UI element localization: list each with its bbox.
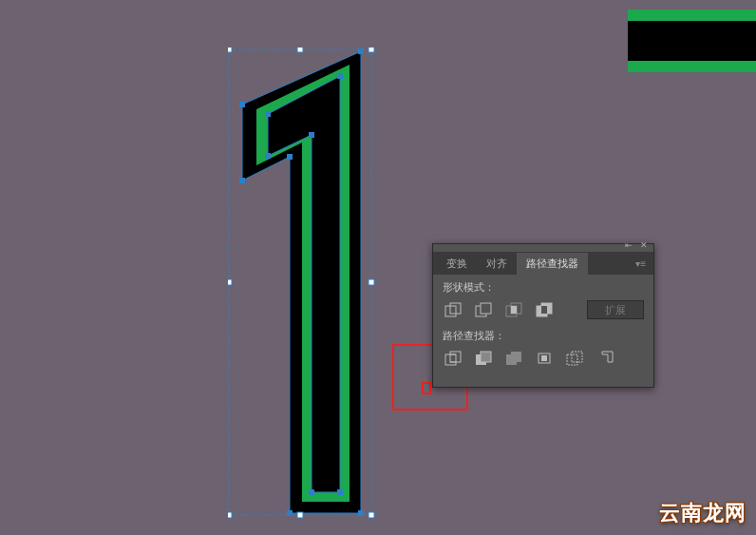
- expand-button: 扩展: [587, 300, 644, 319]
- anchor-point[interactable]: [239, 178, 245, 183]
- green-stripe: [628, 61, 756, 72]
- panel-titlebar[interactable]: ⇤ ✕: [433, 244, 653, 252]
- svg-rect-17: [511, 352, 521, 362]
- anchor-point[interactable]: [337, 489, 343, 495]
- exclude-icon[interactable]: [534, 300, 555, 319]
- crop-icon[interactable]: [534, 349, 555, 368]
- svg-rect-6: [511, 306, 517, 314]
- panel-tab-bar: 变换 对齐 路径查找器 ▾≡: [433, 252, 653, 275]
- panel-collapse-icon[interactable]: ⇤: [625, 241, 634, 249]
- watermark-text: 云南龙网: [659, 499, 747, 527]
- outline-icon[interactable]: [564, 349, 585, 368]
- minus-front-icon[interactable]: [473, 300, 494, 319]
- selection-handle[interactable]: [369, 279, 374, 285]
- trim-icon[interactable]: [473, 349, 494, 368]
- intersect-icon[interactable]: [503, 300, 524, 319]
- anchor-point[interactable]: [309, 489, 314, 495]
- svg-rect-3: [481, 303, 491, 314]
- green-stripe: [628, 10, 756, 21]
- panel-body: 形状模式： 扩展 路径查找器：: [433, 275, 653, 387]
- black-stripe: [628, 21, 756, 61]
- anchor-point[interactable]: [358, 510, 364, 516]
- selected-artwork-numeral-1[interactable]: [228, 48, 380, 523]
- anchor-point[interactable]: [265, 111, 271, 117]
- svg-rect-19: [541, 355, 547, 361]
- selection-handle[interactable]: [228, 512, 232, 518]
- selection-handle[interactable]: [369, 512, 374, 518]
- panel-menu-icon[interactable]: ▾≡: [635, 258, 646, 269]
- anchor-point[interactable]: [287, 510, 293, 516]
- anchor-point[interactable]: [287, 154, 293, 160]
- divide-icon[interactable]: [443, 349, 463, 368]
- anchor-point[interactable]: [309, 132, 314, 138]
- selection-handle[interactable]: [297, 512, 303, 518]
- anchor-point[interactable]: [358, 48, 364, 54]
- merge-icon[interactable]: [503, 349, 524, 368]
- selection-handle[interactable]: [228, 48, 232, 52]
- annotation-highlight-icon: [422, 382, 431, 394]
- pathfinder-panel: ⇤ ✕ 变换 对齐 路径查找器 ▾≡ 形状模式：: [432, 243, 654, 388]
- tab-pathfinder[interactable]: 路径查找器: [517, 253, 588, 275]
- anchor-point[interactable]: [239, 102, 245, 107]
- selection-handle[interactable]: [228, 279, 232, 285]
- pathfinders-label: 路径查找器：: [443, 329, 644, 343]
- unite-icon[interactable]: [443, 300, 463, 319]
- selection-handle[interactable]: [369, 48, 374, 52]
- anchor-point[interactable]: [337, 73, 343, 79]
- artwork-stripe-block: [628, 2, 756, 83]
- minus-back-icon[interactable]: [595, 349, 615, 368]
- selection-handle[interactable]: [297, 48, 303, 52]
- tab-align[interactable]: 对齐: [477, 253, 517, 275]
- anchor-point[interactable]: [265, 153, 271, 159]
- tab-transform[interactable]: 变换: [437, 253, 477, 275]
- svg-rect-9: [541, 306, 547, 314]
- panel-close-icon[interactable]: ✕: [640, 241, 650, 249]
- canvas-area[interactable]: ⇤ ✕ 变换 对齐 路径查找器 ▾≡ 形状模式：: [0, 0, 756, 535]
- shape-modes-label: 形状模式：: [443, 280, 644, 295]
- svg-rect-15: [481, 352, 491, 362]
- shape-modes-row: 扩展: [443, 300, 644, 319]
- pathfinders-row: [443, 349, 644, 368]
